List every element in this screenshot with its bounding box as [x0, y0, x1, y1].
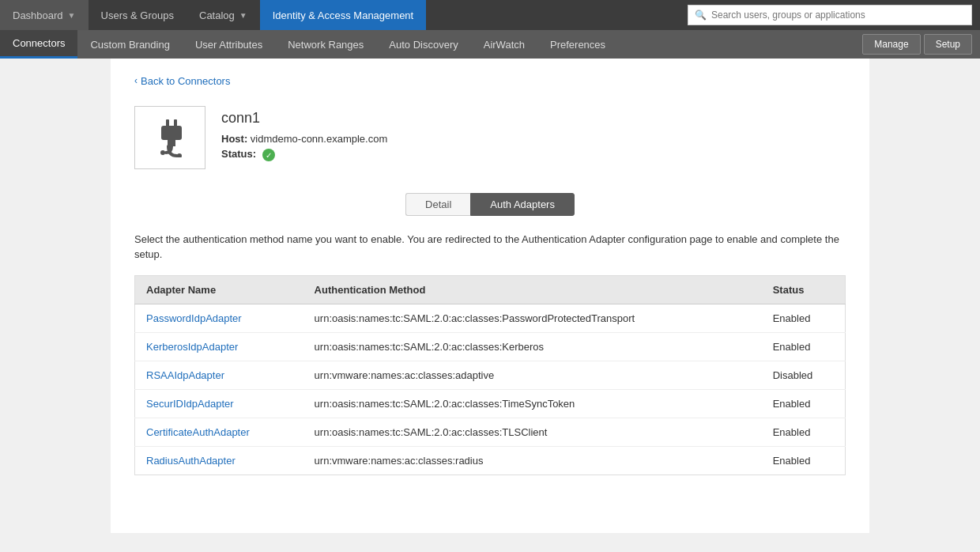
sub-nav-user-attributes-label: User Attributes [195, 39, 262, 51]
col-header-status: Status [762, 275, 846, 304]
search-icon: 🔍 [695, 9, 707, 21]
connector-name: conn1 [221, 110, 387, 127]
tab-auth-adapters-label: Auth Adapters [490, 198, 555, 210]
table-row: SecurIDIdpAdapterurn:oasis:names:tc:SAML… [135, 389, 846, 418]
table-row: CertificateAuthAdapterurn:oasis:names:tc… [135, 418, 846, 446]
table-header-row: Adapter Name Authentication Method Statu… [135, 275, 846, 304]
adapter-name-cell: RSAAIdpAdapter [135, 361, 303, 389]
table-row: KerberosIdpAdapterurn:oasis:names:tc:SAM… [135, 332, 846, 361]
search-input[interactable] [711, 9, 965, 21]
auth-method-cell: urn:oasis:names:tc:SAML:2.0:ac:classes:P… [303, 304, 762, 332]
sub-nav: Connectors Custom Branding User Attribut… [0, 30, 980, 59]
auth-method-cell: urn:vmware:names:ac:classes:radius [303, 446, 762, 474]
table-row: RadiusAuthAdapterurn:vmware:names:ac:cla… [135, 446, 846, 474]
description-text: Select the authentication method name yo… [134, 232, 846, 263]
chevron-down-icon: ▼ [239, 11, 247, 20]
status-cell: Enabled [762, 304, 846, 332]
connector-host: Host: vidmdemo-conn.example.com [221, 133, 387, 145]
svg-rect-2 [161, 126, 182, 140]
nav-users-groups[interactable]: Users & Groups [89, 0, 187, 30]
table-row: PasswordIdpAdapterurn:oasis:names:tc:SAM… [135, 304, 846, 332]
nav-catalog[interactable]: Catalog ▼ [187, 0, 260, 30]
sub-nav-preferences-label: Preferences [550, 39, 605, 51]
sub-nav-connectors[interactable]: Connectors [0, 30, 77, 59]
connector-info: conn1 Host: vidmdemo-conn.example.com St… [221, 110, 387, 164]
auth-method-cell: urn:oasis:names:tc:SAML:2.0:ac:classes:K… [303, 332, 762, 361]
auth-method-cell: urn:vmware:names:ac:classes:adaptive [303, 361, 762, 389]
sub-nav-right: Manage Setup [862, 34, 980, 55]
content: ‹ Back to Connectors conn1 [0, 59, 980, 552]
tab-detail-label: Detail [425, 198, 451, 210]
status-cell: Disabled [762, 361, 846, 389]
sub-nav-custom-branding[interactable]: Custom Branding [77, 30, 182, 59]
sub-nav-network-ranges-label: Network Ranges [288, 39, 364, 51]
col-header-auth-method: Authentication Method [303, 275, 762, 304]
svg-point-5 [177, 153, 182, 157]
setup-button-label: Setup [936, 39, 960, 50]
sub-nav-custom-branding-label: Custom Branding [90, 39, 169, 51]
nav-catalog-label: Catalog [199, 9, 235, 21]
status-label: Status: [221, 148, 256, 160]
svg-point-4 [160, 150, 165, 155]
tab-row: Detail Auth Adapters [134, 193, 846, 216]
nav-identity-access[interactable]: Identity & Access Management [260, 0, 426, 30]
back-link-label: Back to Connectors [141, 75, 230, 87]
page-body: ‹ Back to Connectors conn1 [111, 59, 869, 533]
chevron-left-icon: ‹ [134, 75, 138, 86]
adapter-name-link[interactable]: CertificateAuthAdapter [146, 426, 250, 438]
table-header: Adapter Name Authentication Method Statu… [135, 275, 846, 304]
top-nav-left: Dashboard ▼ Users & Groups Catalog ▼ Ide… [0, 0, 680, 30]
sub-nav-connectors-label: Connectors [13, 37, 65, 49]
adapter-name-link[interactable]: SecurIDIdpAdapter [146, 398, 234, 410]
status-cell: Enabled [762, 389, 846, 418]
status-dot-icon [262, 149, 275, 161]
search-container: 🔍 [688, 5, 972, 25]
nav-users-groups-label: Users & Groups [101, 9, 174, 21]
adapter-name-link[interactable]: KerberosIdpAdapter [146, 341, 238, 353]
sub-nav-auto-discovery-label: Auto Discovery [389, 39, 458, 51]
status-cell: Enabled [762, 332, 846, 361]
col-header-adapter-name: Adapter Name [135, 275, 303, 304]
manage-button-label: Manage [874, 39, 908, 50]
adapters-table: Adapter Name Authentication Method Statu… [134, 275, 846, 475]
adapter-name-cell: KerberosIdpAdapter [135, 332, 303, 361]
adapter-name-cell: RadiusAuthAdapter [135, 446, 303, 474]
sub-nav-airwatch[interactable]: AirWatch [471, 30, 537, 59]
connector-header: conn1 Host: vidmdemo-conn.example.com St… [134, 106, 846, 169]
chevron-down-icon: ▼ [68, 11, 76, 20]
adapter-name-cell: CertificateAuthAdapter [135, 418, 303, 446]
adapter-name-link[interactable]: RadiusAuthAdapter [146, 455, 236, 467]
auth-method-cell: urn:oasis:names:tc:SAML:2.0:ac:classes:T… [303, 389, 762, 418]
manage-button[interactable]: Manage [862, 34, 920, 55]
nav-identity-access-label: Identity & Access Management [273, 9, 413, 21]
adapter-name-link[interactable]: PasswordIdpAdapter [146, 312, 242, 324]
table-row: RSAAIdpAdapterurn:vmware:names:ac:classe… [135, 361, 846, 389]
status-cell: Enabled [762, 418, 846, 446]
tab-detail[interactable]: Detail [405, 193, 470, 216]
sub-nav-user-attributes[interactable]: User Attributes [183, 30, 275, 59]
connector-status: Status: [221, 148, 387, 161]
top-nav: Dashboard ▼ Users & Groups Catalog ▼ Ide… [0, 0, 980, 30]
host-label: Host: [221, 133, 247, 145]
tab-auth-adapters[interactable]: Auth Adapters [470, 193, 575, 216]
adapter-name-cell: SecurIDIdpAdapter [135, 389, 303, 418]
back-to-connectors-link[interactable]: ‹ Back to Connectors [134, 75, 230, 87]
adapter-name-cell: PasswordIdpAdapter [135, 304, 303, 332]
nav-dashboard[interactable]: Dashboard ▼ [0, 0, 89, 30]
adapter-name-link[interactable]: RSAAIdpAdapter [146, 369, 224, 381]
sub-nav-network-ranges[interactable]: Network Ranges [275, 30, 376, 59]
auth-method-cell: urn:oasis:names:tc:SAML:2.0:ac:classes:T… [303, 418, 762, 446]
sub-nav-airwatch-label: AirWatch [484, 39, 525, 51]
setup-button[interactable]: Setup [924, 34, 972, 55]
sub-nav-preferences[interactable]: Preferences [537, 30, 618, 59]
host-value: vidmdemo-conn.example.com [251, 133, 387, 145]
nav-dashboard-label: Dashboard [13, 9, 63, 21]
connector-plug-icon [150, 118, 190, 157]
status-cell: Enabled [762, 446, 846, 474]
table-body: PasswordIdpAdapterurn:oasis:names:tc:SAM… [135, 304, 846, 474]
connector-icon-box [134, 106, 205, 169]
sub-nav-auto-discovery[interactable]: Auto Discovery [376, 30, 470, 59]
